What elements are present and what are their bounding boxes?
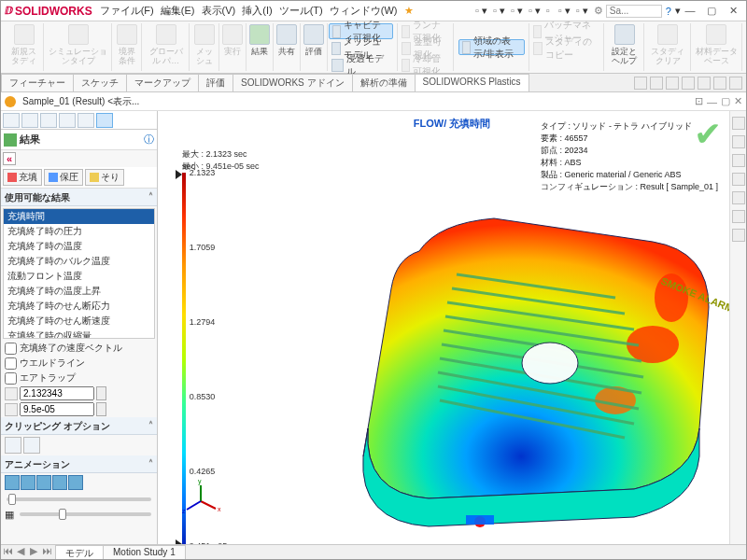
- results-list[interactable]: 充填時間充填終了時の圧力充填終了時の温度充填終了時のバルク温度流動フロント温度充…: [3, 208, 155, 339]
- menu-star-icon[interactable]: ★: [404, 5, 414, 16]
- menu-insert[interactable]: 挿入(I): [242, 5, 272, 16]
- tab-markup[interactable]: マークアップ: [126, 74, 199, 91]
- cat-pack[interactable]: 保圧: [44, 169, 83, 186]
- bt-prev-icon[interactable]: ◀: [14, 545, 27, 560]
- bt-last-icon[interactable]: ⏭: [40, 545, 53, 560]
- chk-airtrap[interactable]: [5, 372, 17, 385]
- rb-region-toggle[interactable]: 領域の表示/非表示: [458, 39, 525, 55]
- result-item[interactable]: 充填終了時のせん断速度: [4, 314, 154, 329]
- anim-play-icon[interactable]: [5, 475, 20, 490]
- result-item[interactable]: 充填終了時の収縮量: [4, 329, 154, 339]
- anim-slider-1[interactable]: [7, 497, 151, 501]
- view-triad[interactable]: x y z: [182, 483, 219, 520]
- qat-print-icon[interactable]: ▫: [529, 5, 532, 16]
- tab-features[interactable]: フィーチャー: [1, 74, 74, 91]
- view-hide-icon[interactable]: [713, 77, 726, 90]
- result-item[interactable]: 流動フロント温度: [4, 269, 154, 284]
- main-menu[interactable]: ファイル(F) 編集(E) 表示(V) 挿入(I) ツール(T) ウィンドウ(W…: [100, 4, 417, 18]
- rb-sim-type[interactable]: シミュレーションタイプ: [45, 23, 112, 71]
- tp-forum-icon[interactable]: [732, 229, 745, 242]
- menu-tools[interactable]: ツール(T): [279, 5, 323, 16]
- document-tab[interactable]: Sample_01 (Result) <表示...: [5, 95, 139, 108]
- cat-warp[interactable]: そり: [85, 169, 124, 186]
- tab-evaluate[interactable]: 評価: [198, 74, 233, 91]
- tab-sim-prep[interactable]: 解析の準備: [352, 74, 416, 91]
- cat-fill[interactable]: 充填: [3, 169, 42, 186]
- mgr-tab-property-icon[interactable]: [21, 113, 38, 128]
- anim-loop-icon[interactable]: [52, 475, 67, 490]
- tab-sketch[interactable]: スケッチ: [73, 74, 127, 91]
- view-appearance-icon[interactable]: [698, 77, 711, 90]
- expand-flyout-button[interactable]: «: [3, 152, 16, 165]
- mgr-tab-display-icon[interactable]: [78, 113, 94, 128]
- mgr-tab-feature-icon[interactable]: [3, 113, 20, 128]
- menu-edit[interactable]: 編集(E): [161, 5, 195, 16]
- tp-view-icon[interactable]: [732, 173, 745, 186]
- view-zoom-icon[interactable]: [634, 77, 647, 90]
- result-item[interactable]: 充填終了時の圧力: [4, 224, 154, 239]
- result-item[interactable]: 充填終了時の温度: [4, 239, 154, 254]
- rb-copy-study[interactable]: スタディのコピー: [530, 40, 599, 56]
- view-section-icon[interactable]: [666, 77, 679, 90]
- tp-library-icon[interactable]: [732, 154, 745, 167]
- search-input[interactable]: [606, 5, 662, 18]
- qat-undo-icon[interactable]: ▫: [546, 5, 550, 16]
- doc-restore-icon[interactable]: ⊡: [695, 95, 703, 107]
- result-item[interactable]: 充填時間: [4, 209, 154, 224]
- mgr-tab-config-icon[interactable]: [40, 113, 57, 128]
- graphics-viewport[interactable]: ✔ FLOW/ 充填時間 タイプ : ソリッド - テトラ ハイブリッド 要素 …: [158, 111, 746, 544]
- tab-plastics[interactable]: SOLIDWORKS Plastics: [415, 74, 529, 91]
- result-item[interactable]: 充填終了時の温度上昇: [4, 284, 154, 299]
- view-display-icon[interactable]: [682, 77, 695, 90]
- rb-bc[interactable]: 境界条件: [113, 23, 142, 71]
- view-settings-icon[interactable]: [729, 77, 742, 90]
- mgr-tab-dimxpert-icon[interactable]: [59, 113, 76, 128]
- section-clipping[interactable]: クリッピング オプション˄: [1, 417, 157, 435]
- bottom-tab-motion[interactable]: Motion Study 1: [103, 545, 186, 560]
- rb-new-study[interactable]: 新規スタディ: [5, 23, 44, 71]
- maximize-icon[interactable]: ▢: [702, 5, 721, 17]
- rb-clear-study[interactable]: スタディクリア: [645, 23, 690, 71]
- anim-slider-2[interactable]: [20, 512, 151, 516]
- max-value-input[interactable]: [20, 386, 94, 400]
- doc-max-icon[interactable]: ▢: [721, 95, 730, 107]
- chk-weldline[interactable]: [5, 357, 17, 370]
- menu-view[interactable]: 表示(V): [202, 5, 236, 16]
- close-icon[interactable]: ✕: [724, 5, 742, 17]
- rb-cool-vis[interactable]: 冷却管可視化: [399, 57, 449, 73]
- anim-fwd-icon[interactable]: [36, 475, 51, 490]
- qat-new-icon[interactable]: ▫: [475, 5, 479, 16]
- anim-save-icon[interactable]: [68, 475, 83, 490]
- anim-pause-icon[interactable]: [21, 475, 35, 490]
- bt-next-icon[interactable]: ▶: [27, 545, 40, 560]
- mgr-tab-plastics-icon[interactable]: [96, 113, 113, 128]
- max-stepper[interactable]: [96, 386, 106, 400]
- clip-cube-icon[interactable]: [5, 437, 21, 454]
- rb-mat-db[interactable]: 材料データベース: [692, 23, 742, 71]
- doc-close-icon[interactable]: ✕: [734, 95, 742, 107]
- rb-permeate[interactable]: 浸透モデル: [329, 57, 393, 73]
- bt-first-icon[interactable]: ⏮: [1, 545, 14, 560]
- qat-redo-icon[interactable]: ▫: [558, 5, 562, 16]
- help-icon[interactable]: ?: [666, 6, 671, 17]
- qat-options-icon[interactable]: ⚙: [594, 5, 603, 16]
- chk-velocity[interactable]: [5, 343, 17, 355]
- qat-open-icon[interactable]: ▫: [493, 5, 497, 16]
- tp-resources-icon[interactable]: [732, 135, 745, 148]
- rb-eval[interactable]: 評価: [302, 23, 328, 71]
- qat-rebuild-icon[interactable]: ▫: [576, 5, 580, 16]
- view-rotate-icon[interactable]: [650, 77, 663, 90]
- bottom-tab-model[interactable]: モデル: [55, 545, 104, 560]
- rb-share[interactable]: 共有: [275, 23, 301, 71]
- menu-file[interactable]: ファイル(F): [100, 5, 154, 16]
- minimize-icon[interactable]: —: [681, 5, 699, 16]
- section-available-results[interactable]: 使用可能な結果˄: [1, 189, 157, 206]
- rb-mesh[interactable]: メッシュ: [190, 23, 219, 71]
- doc-min-icon[interactable]: —: [707, 96, 717, 107]
- rb-global[interactable]: グローバル パ…: [143, 23, 190, 71]
- result-item[interactable]: 充填終了時のバルク温度: [4, 254, 154, 269]
- section-animation[interactable]: アニメーション˄: [1, 455, 157, 473]
- panel-info-icon[interactable]: ⓘ: [144, 133, 154, 147]
- min-stepper[interactable]: [96, 402, 106, 416]
- tab-addins[interactable]: SOLIDWORKS アドイン: [233, 74, 353, 91]
